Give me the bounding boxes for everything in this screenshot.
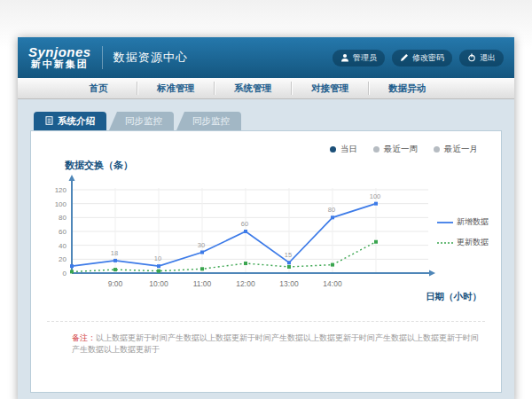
radio-last-month[interactable]: 最近一月 — [434, 144, 478, 155]
data-point — [200, 267, 204, 270]
screen: Synjones 新中新集团 数据资源中心 管理员 修改密码 退出 — [0, 0, 532, 399]
svg-text:15: 15 — [285, 251, 292, 259]
logo-english: Synjones — [28, 45, 91, 59]
radio-unselected-icon — [434, 146, 440, 153]
radio-today[interactable]: 当日 — [330, 144, 357, 155]
svg-text:80: 80 — [328, 206, 335, 214]
tab-label: 同步监控 — [125, 115, 162, 128]
data-point — [157, 270, 160, 273]
chart-row: 0204060801001209:0010:0011:0012:0013:001… — [42, 174, 490, 303]
legend-label: 更新数据 — [457, 237, 489, 248]
legend-line-solid — [437, 220, 453, 225]
data-point — [113, 268, 117, 271]
svg-text:11:00: 11:00 — [193, 279, 212, 288]
user-icon — [340, 53, 349, 62]
svg-text:10:00: 10:00 — [149, 279, 168, 288]
app-window: Synjones 新中新集团 数据资源中心 管理员 修改密码 退出 — [18, 37, 514, 399]
admin-user-button[interactable]: 管理员 — [332, 50, 385, 66]
tab-label: 系统介绍 — [58, 115, 95, 128]
svg-text:60: 60 — [241, 220, 248, 228]
document-icon — [45, 116, 53, 127]
tab-sync-monitor-1[interactable]: 同步监控 — [109, 112, 174, 130]
tab-system-intro[interactable]: 系统介绍 — [34, 112, 106, 130]
line-chart: 0204060801001209:0010:0011:0012:0013:001… — [42, 174, 437, 303]
svg-text:0: 0 — [63, 270, 67, 278]
header: Synjones 新中新集团 数据资源中心 管理员 修改密码 退出 — [18, 37, 514, 78]
header-divider — [102, 46, 103, 69]
note-text: 以上数据更新于时间产生数据以上数据更新于时间产生数据以上数据更新于时间产生数据以… — [72, 333, 479, 354]
data-point — [70, 270, 74, 273]
radio-selected-icon — [330, 146, 336, 153]
svg-text:40: 40 — [59, 242, 66, 250]
svg-text:12:00: 12:00 — [236, 279, 255, 288]
svg-text:18: 18 — [111, 249, 118, 257]
svg-text:14:00: 14:00 — [323, 279, 342, 288]
nav-item-data-change[interactable]: 数据异动 — [369, 78, 445, 98]
svg-text:80: 80 — [59, 214, 66, 222]
svg-text:30: 30 — [198, 241, 205, 249]
brand-logo: Synjones 新中新集团 — [28, 45, 91, 69]
nav-item-home[interactable]: 首页 — [60, 78, 137, 98]
svg-text:9:00: 9:00 — [108, 279, 123, 288]
svg-text:120: 120 — [55, 186, 67, 194]
page-title: 数据资源中心 — [113, 50, 188, 66]
radio-unselected-icon — [373, 146, 379, 153]
legend-item-update-data[interactable]: 更新数据 — [437, 237, 490, 248]
data-point — [287, 265, 291, 269]
header-actions: 管理员 修改密码 退出 — [332, 50, 504, 66]
footer-note: 备注：以上数据更新于时间产生数据以上数据更新于时间产生数据以上数据更新于时间产生… — [47, 321, 485, 355]
svg-text:13:00: 13:00 — [279, 279, 299, 288]
data-point — [113, 259, 117, 262]
nav-item-standard-mgmt[interactable]: 标准管理 — [137, 78, 214, 98]
svg-text:60: 60 — [59, 228, 66, 236]
data-point — [157, 264, 160, 268]
data-point — [374, 202, 378, 206]
logout-label: 退出 — [480, 52, 496, 64]
gridlines — [72, 188, 428, 273]
pencil-icon — [400, 53, 409, 62]
y-axis-ticks: 020406080100120 — [55, 186, 67, 278]
data-point — [374, 240, 378, 244]
data-point — [70, 264, 74, 268]
radio-label: 当日 — [340, 144, 357, 155]
tab-sync-monitor-2[interactable]: 同步监控 — [176, 112, 241, 130]
radio-label: 最近一月 — [444, 144, 478, 155]
chart-panel: 当日 最近一周 最近一月 数据交换（条） 0204060801001209:00… — [30, 130, 502, 393]
chart-legend: 新增数据 更新数据 — [437, 216, 490, 248]
legend-label: 新增数据 — [457, 216, 489, 228]
time-range-filter: 当日 最近一周 最近一月 — [42, 140, 490, 155]
radio-last-week[interactable]: 最近一周 — [373, 144, 418, 155]
data-point — [244, 262, 247, 265]
note-prefix: 备注： — [72, 333, 96, 342]
change-password-button[interactable]: 修改密码 — [392, 50, 452, 66]
y-axis-title: 数据交换（条） — [65, 159, 490, 172]
svg-text:100: 100 — [55, 200, 67, 208]
radio-label: 最近一周 — [384, 144, 418, 155]
logo-chinese: 新中新集团 — [28, 59, 91, 70]
main-nav: 首页 标准管理 系统管理 对接管理 数据异动 — [18, 78, 514, 99]
nav-item-system-mgmt[interactable]: 系统管理 — [215, 78, 291, 98]
legend-line-dotted — [437, 240, 453, 246]
svg-text:100: 100 — [370, 192, 381, 200]
data-point — [244, 230, 247, 233]
admin-user-label: 管理员 — [353, 52, 377, 64]
legend-item-new-data[interactable]: 新增数据 — [437, 216, 490, 228]
svg-text:20: 20 — [59, 255, 66, 263]
data-point — [331, 215, 334, 219]
tab-bar: 系统介绍 同步监控 同步监控 — [34, 112, 502, 130]
power-icon — [467, 53, 476, 62]
data-point — [287, 261, 291, 264]
x-axis-ticks: 9:0010:0011:0012:0013:0014:00 — [108, 279, 342, 288]
logout-button[interactable]: 退出 — [459, 50, 504, 66]
svg-text:10: 10 — [154, 254, 161, 262]
data-point — [200, 251, 204, 254]
change-password-label: 修改密码 — [412, 52, 444, 64]
content-area: 系统介绍 同步监控 同步监控 当日 最近一周 — [18, 99, 514, 399]
tab-label: 同步监控 — [192, 115, 230, 128]
data-point — [331, 263, 334, 267]
nav-item-interface-mgmt[interactable]: 对接管理 — [292, 78, 368, 98]
